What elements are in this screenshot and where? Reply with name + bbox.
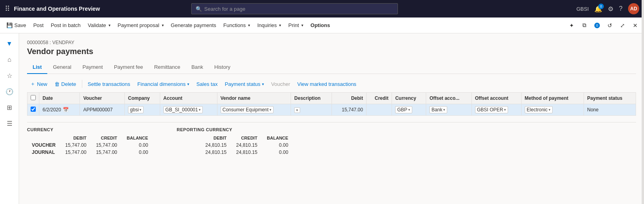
col-debit: Debit bbox=[332, 93, 367, 104]
modules-icon[interactable]: ☰ bbox=[2, 116, 17, 130]
toolbar-separator-1 bbox=[82, 80, 82, 88]
row-checkbox[interactable] bbox=[31, 107, 36, 112]
rep-voucher-credit: 24,810.15 bbox=[231, 142, 262, 149]
recent-icon[interactable]: 🕐 bbox=[2, 84, 17, 99]
table-header-row: Date Voucher Company Account Vendor name… bbox=[27, 93, 636, 104]
sidebar: ▼ ⌂ ☆ 🕐 ⊞ ☰ bbox=[0, 33, 19, 204]
avatar[interactable]: AD bbox=[628, 3, 639, 14]
reporting-row-voucher: 24,810.15 24,810.15 0.00 bbox=[177, 142, 293, 149]
filter-icon[interactable]: ▼ bbox=[2, 37, 17, 51]
validate-button[interactable]: Validate bbox=[85, 21, 114, 30]
payment-proposal-button[interactable]: Payment proposal bbox=[114, 21, 167, 30]
financial-dimensions-button[interactable]: Financial dimensions bbox=[134, 80, 192, 89]
col-label bbox=[177, 134, 201, 142]
expand-icon[interactable]: ⤢ bbox=[617, 20, 628, 31]
main-content: 00000058 : VENDPAY Vendor payments List … bbox=[19, 33, 644, 204]
col-currency: Currency bbox=[392, 93, 426, 104]
post-in-batch-button[interactable]: Post in batch bbox=[48, 21, 84, 30]
trash-icon: 🗑 bbox=[54, 81, 60, 87]
reporting-currency-summary: REPORTING CURRENCY DEBIT CREDIT BALANCE bbox=[177, 127, 293, 156]
voucher-debit: 15,747.00 bbox=[60, 142, 91, 149]
tab-payment-fee[interactable]: Payment fee bbox=[109, 61, 149, 74]
reporting-summary-table: DEBIT CREDIT BALANCE 24,810.15 24,810.15… bbox=[177, 134, 293, 156]
col-offset-acct-type: Offset acco... bbox=[426, 93, 471, 104]
command-bar: 💾 Save Post Post in batch Validate Payme… bbox=[0, 17, 644, 33]
data-table-wrap: Date Voucher Company Account Vendor name… bbox=[27, 92, 636, 116]
top-nav-right: GBSI 🔔0 ⚙ ? AD bbox=[576, 3, 639, 14]
cell-voucher[interactable]: APPM000007 bbox=[80, 104, 125, 116]
tab-payment[interactable]: Payment bbox=[77, 61, 108, 74]
voucher-label: VOUCHER bbox=[27, 142, 60, 149]
search-bar[interactable]: 🔍 bbox=[191, 3, 398, 14]
col-label bbox=[27, 134, 60, 142]
account-select[interactable]: GB_SI_000001 bbox=[163, 106, 203, 113]
table-row[interactable]: 6/2/2020 📅 APPM000007 gbsi GB_SI_000001 bbox=[27, 104, 636, 116]
badge-0-icon[interactable]: 0 bbox=[592, 20, 603, 31]
col-credit: CREDIT bbox=[231, 134, 262, 142]
inquiries-button[interactable]: Inquiries bbox=[254, 21, 284, 30]
delete-button[interactable]: 🗑 Delete bbox=[51, 80, 80, 89]
tab-list[interactable]: List bbox=[27, 61, 47, 74]
close-icon[interactable]: ✕ bbox=[630, 20, 641, 31]
col-check bbox=[27, 93, 39, 104]
reporting-summary-title: REPORTING CURRENCY bbox=[177, 127, 293, 132]
refresh-icon[interactable]: ↺ bbox=[604, 20, 615, 31]
tab-remittance[interactable]: Remittance bbox=[149, 61, 186, 74]
col-balance: BALANCE bbox=[122, 134, 153, 142]
col-debit: DEBIT bbox=[201, 134, 231, 142]
personalize-icon[interactable]: ✦ bbox=[566, 20, 577, 31]
reporting-summary-header: DEBIT CREDIT BALANCE bbox=[177, 134, 293, 142]
cell-payment-status: None bbox=[584, 104, 636, 116]
journal-credit: 15,747.00 bbox=[91, 149, 122, 156]
tab-bank[interactable]: Bank bbox=[186, 61, 209, 74]
notifications-icon[interactable]: 🔔0 bbox=[594, 5, 602, 13]
hamburger-icon[interactable]: ⠿ bbox=[5, 4, 10, 13]
top-navigation: ⠿ Finance and Operations Preview 🔍 GBSI … bbox=[0, 0, 644, 17]
calendar-icon[interactable]: 📅 bbox=[63, 107, 69, 113]
print-button[interactable]: Print bbox=[285, 21, 306, 30]
settle-transactions-button[interactable]: Settle transactions bbox=[85, 80, 134, 89]
payment-status-button[interactable]: Payment status bbox=[221, 80, 267, 89]
summary-section: CURRENCY DEBIT CREDIT BALANCE VOUCHER bbox=[27, 122, 636, 156]
rep-journal-credit: 24,810.15 bbox=[231, 149, 262, 156]
help-icon[interactable]: ? bbox=[619, 5, 623, 12]
workspaces-icon[interactable]: ⊞ bbox=[2, 100, 17, 115]
currency-select[interactable]: GBP bbox=[395, 106, 412, 113]
company-select[interactable]: gbsi bbox=[128, 106, 144, 113]
tab-history[interactable]: History bbox=[209, 61, 236, 74]
cell-company: gbsi bbox=[125, 104, 160, 116]
resize-handle[interactable] bbox=[642, 0, 644, 204]
open-in-new-icon[interactable]: ⧉ bbox=[579, 20, 590, 31]
functions-button[interactable]: Functions bbox=[220, 21, 253, 30]
method-of-payment-select[interactable]: Electronic bbox=[525, 106, 553, 113]
vendor-name-select[interactable]: Consumer Equipment bbox=[221, 106, 274, 113]
sales-tax-button[interactable]: Sales tax bbox=[193, 80, 221, 89]
favorites-icon[interactable]: ☆ bbox=[2, 68, 17, 83]
journal-debit: 15,747.00 bbox=[60, 149, 91, 156]
post-button[interactable]: Post bbox=[30, 21, 47, 30]
col-account: Account bbox=[160, 93, 217, 104]
offset-account-select[interactable]: GBSI OPER bbox=[475, 106, 508, 113]
search-icon: 🔍 bbox=[196, 6, 202, 12]
select-all-checkbox[interactable] bbox=[31, 95, 36, 100]
voucher-button[interactable]: Voucher bbox=[268, 80, 293, 89]
description-select[interactable] bbox=[294, 107, 300, 113]
options-button[interactable]: Options bbox=[307, 21, 333, 30]
settings-icon[interactable]: ⚙ bbox=[608, 5, 613, 13]
tab-general[interactable]: General bbox=[47, 61, 77, 74]
home-icon[interactable]: ⌂ bbox=[2, 52, 17, 67]
journal-balance: 0.00 bbox=[122, 149, 153, 156]
search-input[interactable] bbox=[204, 6, 394, 12]
cell-date: 6/2/2020 📅 bbox=[39, 104, 80, 116]
col-date: Date bbox=[39, 93, 80, 104]
currency-summary-title: CURRENCY bbox=[27, 127, 153, 132]
generate-payments-button[interactable]: Generate payments bbox=[168, 21, 219, 30]
view-marked-transactions-button[interactable]: View marked transactions bbox=[294, 80, 360, 89]
save-button[interactable]: 💾 Save bbox=[3, 21, 29, 30]
new-button[interactable]: ＋ New bbox=[27, 79, 50, 89]
reporting-row-journal: 24,810.15 24,810.15 0.00 bbox=[177, 149, 293, 156]
col-balance: BALANCE bbox=[262, 134, 293, 142]
currency-summary-header: DEBIT CREDIT BALANCE bbox=[27, 134, 153, 142]
offset-acct-type-select[interactable]: Bank bbox=[429, 106, 447, 113]
col-debit: DEBIT bbox=[60, 134, 91, 142]
